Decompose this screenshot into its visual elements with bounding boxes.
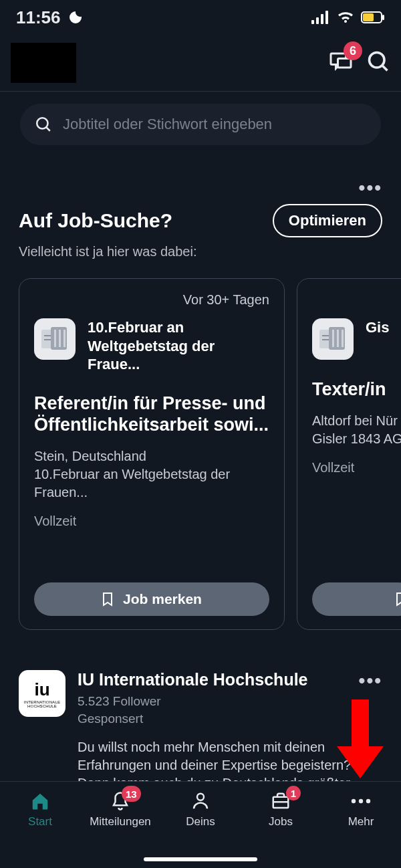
- bookmark-icon: [395, 592, 401, 607]
- company-logo: [34, 318, 76, 360]
- job-type: Vollzeit: [312, 460, 401, 475]
- svg-rect-6: [363, 13, 374, 21]
- svg-line-12: [46, 127, 49, 130]
- job-subline: Gisler 1843 AG: [312, 430, 401, 448]
- header-search-button[interactable]: [366, 49, 390, 76]
- svg-rect-15: [44, 339, 51, 340]
- nav-badge: 13: [122, 786, 141, 802]
- svg-point-33: [366, 799, 370, 803]
- job-subline: 10.Februar an Weltgebetstag der Frauen..…: [34, 465, 269, 502]
- sponsor-logo-text: iu: [34, 679, 49, 700]
- bookmark-icon: [102, 592, 114, 607]
- svg-rect-2: [321, 14, 323, 24]
- optimize-button[interactable]: Optimieren: [273, 204, 382, 237]
- job-card[interactable]: Gis Texter/in Altdorf bei Nür Gisler 184…: [297, 278, 401, 630]
- app-logo[interactable]: [11, 43, 76, 83]
- status-time: 11:56: [16, 7, 61, 28]
- job-title: Texter/in: [312, 378, 401, 400]
- job-title: Referent/in für Presse- und Öffentlichke…: [34, 393, 269, 436]
- search-icon: [366, 49, 390, 74]
- nav-deins[interactable]: Deins: [160, 782, 241, 868]
- signal-icon: [311, 11, 330, 24]
- svg-rect-14: [44, 335, 51, 336]
- search-bar[interactable]: [20, 104, 381, 145]
- job-location: Stein, Deutschland: [34, 447, 269, 465]
- svg-rect-25: [337, 330, 339, 347]
- bottom-nav: Start 13 Mitteilungen Deins 1 Jobs Mehr: [0, 781, 401, 868]
- svg-rect-1: [316, 17, 319, 24]
- svg-rect-3: [325, 11, 328, 24]
- nav-label: Mitteilungen: [90, 815, 151, 829]
- home-indicator: [144, 857, 257, 861]
- job-age: Vor 30+ Tagen: [34, 292, 269, 308]
- bookmark-button[interactable]: Job merken: [34, 582, 269, 616]
- app-header: 6: [0, 35, 401, 92]
- company-name: Gis: [366, 318, 389, 337]
- job-type: Vollzeit: [34, 514, 269, 529]
- sponsor-title: IU Internationale Hochschule: [78, 670, 359, 689]
- svg-rect-18: [59, 330, 61, 347]
- svg-marker-28: [337, 746, 384, 778]
- job-cards-scroller[interactable]: Vor 30+ Tagen 10.Februar an Weltgebetsta…: [0, 259, 401, 630]
- svg-rect-8: [338, 59, 352, 68]
- search-input[interactable]: [63, 116, 366, 133]
- bookmark-label: Job merken: [123, 591, 202, 607]
- svg-rect-19: [63, 330, 65, 347]
- svg-point-9: [370, 53, 385, 68]
- svg-line-10: [382, 66, 388, 71]
- svg-point-31: [352, 799, 356, 803]
- company-logo: [312, 318, 354, 360]
- svg-rect-24: [332, 330, 334, 347]
- messages-badge: 6: [344, 41, 362, 60]
- nav-label: Mehr: [348, 815, 374, 829]
- annotation-arrow: [337, 699, 384, 780]
- svg-point-29: [197, 794, 204, 800]
- sponsor-logo: iu INTERNATIONALE HOCHSCHULE: [19, 670, 65, 717]
- svg-rect-5: [382, 15, 384, 20]
- nav-label: Start: [28, 815, 52, 829]
- section-more-icon[interactable]: •••: [359, 177, 382, 199]
- post-more-icon[interactable]: •••: [359, 670, 382, 691]
- nav-jobs[interactable]: 1 Jobs: [241, 782, 321, 868]
- section-subtitle: Vielleicht ist ja hier was dabei:: [0, 237, 401, 259]
- svg-rect-0: [311, 20, 314, 24]
- more-icon: [350, 791, 372, 811]
- svg-rect-22: [322, 339, 329, 340]
- svg-rect-26: [342, 330, 344, 347]
- svg-point-32: [359, 799, 363, 803]
- search-icon: [35, 116, 52, 133]
- nav-label: Deins: [186, 815, 215, 829]
- battery-icon: [361, 11, 385, 23]
- section-title: Auf Job-Suche?: [19, 209, 172, 232]
- svg-point-11: [37, 118, 47, 128]
- nav-mehr[interactable]: Mehr: [321, 782, 401, 868]
- job-card[interactable]: Vor 30+ Tagen 10.Februar an Weltgebetsta…: [19, 278, 285, 630]
- status-bar: 11:56: [0, 0, 401, 35]
- svg-rect-17: [54, 330, 56, 347]
- svg-rect-21: [322, 335, 329, 336]
- bookmark-button[interactable]: [312, 582, 401, 616]
- company-name: 10.Februar an Weltgebetstag der Fraue...: [88, 318, 269, 374]
- nav-mitteilungen[interactable]: 13 Mitteilungen: [80, 782, 160, 868]
- nav-start[interactable]: Start: [0, 782, 80, 868]
- moon-icon: [68, 9, 84, 25]
- person-icon: [190, 791, 211, 811]
- sponsor-logo-sub: INTERNATIONALE HOCHSCHULE: [19, 700, 65, 708]
- wifi-icon: [337, 11, 354, 24]
- job-location: Altdorf bei Nür: [312, 412, 401, 430]
- home-icon: [30, 791, 50, 811]
- messages-button[interactable]: 6: [329, 49, 353, 76]
- nav-badge: 1: [286, 786, 301, 800]
- nav-label: Jobs: [269, 815, 293, 829]
- svg-rect-27: [352, 699, 369, 746]
